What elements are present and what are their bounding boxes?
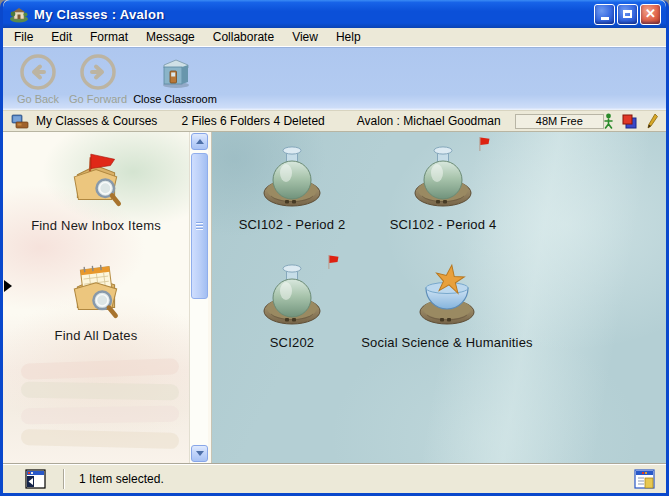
menu-format[interactable]: Format bbox=[81, 28, 137, 46]
window-preview-icon[interactable] bbox=[25, 469, 47, 490]
schoolhouse-icon bbox=[155, 52, 195, 92]
new-item-flag-icon bbox=[477, 137, 490, 152]
watercolor-book bbox=[21, 406, 179, 425]
watercolor-book bbox=[21, 358, 179, 380]
class-item-sci102-period4[interactable]: SCI102 - Period 4 bbox=[358, 144, 528, 232]
chevron-down-icon bbox=[196, 451, 204, 456]
title-bar[interactable]: My Classes : Avalon ✕ bbox=[3, 0, 666, 28]
person-icon[interactable] bbox=[604, 113, 613, 129]
minimize-button[interactable] bbox=[594, 4, 615, 25]
close-classroom-button[interactable]: Close Classroom bbox=[129, 52, 221, 105]
minimize-icon bbox=[601, 17, 609, 20]
find-new-inbox-items-label: Find New Inbox Items bbox=[31, 218, 161, 233]
scroll-up-button[interactable] bbox=[191, 133, 208, 150]
find-all-dates[interactable]: Find All Dates bbox=[3, 260, 189, 343]
classes-panel: SCI102 - Period 2 bbox=[212, 132, 666, 463]
menu-collaborate[interactable]: Collaborate bbox=[204, 28, 283, 46]
menu-view[interactable]: View bbox=[283, 28, 327, 46]
go-back-button[interactable]: Go Back bbox=[9, 52, 67, 105]
layered-windows-icon[interactable] bbox=[622, 114, 638, 129]
status-bar: 1 Item selected. bbox=[3, 464, 666, 493]
flask-icon bbox=[410, 144, 476, 210]
class-label: SCI202 bbox=[270, 335, 315, 350]
class-item-social-science[interactable]: Social Science & Humanities bbox=[332, 262, 562, 350]
menu-message[interactable]: Message bbox=[137, 28, 204, 46]
menu-help[interactable]: Help bbox=[327, 28, 370, 46]
maximize-button[interactable] bbox=[617, 4, 638, 25]
window-layout-icon[interactable] bbox=[634, 469, 656, 490]
folder-flag-search-icon bbox=[65, 150, 127, 212]
info-bar: My Classes & Courses 2 Files 6 Folders 4… bbox=[3, 110, 666, 132]
classroom-house-icon bbox=[9, 5, 29, 23]
menu-edit[interactable]: Edit bbox=[42, 28, 81, 46]
window-title: My Classes : Avalon bbox=[34, 7, 594, 22]
pencil-icon[interactable] bbox=[647, 113, 658, 129]
menu-file[interactable]: File bbox=[5, 28, 42, 46]
flask-icon bbox=[259, 262, 325, 328]
class-item-sci102-period2[interactable]: SCI102 - Period 2 bbox=[217, 144, 367, 232]
sidebar-scrollbar[interactable] bbox=[189, 132, 208, 463]
menu-bar: File Edit Format Message Collaborate Vie… bbox=[3, 28, 666, 47]
class-label: Social Science & Humanities bbox=[361, 335, 533, 350]
find-new-inbox-items[interactable]: Find New Inbox Items bbox=[3, 150, 189, 233]
go-back-circle-arrow-icon bbox=[18, 52, 58, 92]
free-space-indicator: 48M Free bbox=[515, 114, 604, 129]
go-forward-label: Go Forward bbox=[69, 93, 127, 105]
identity-label: Avalon : Michael Goodman bbox=[357, 114, 501, 128]
item-counts: 2 Files 6 Folders 4 Deleted bbox=[181, 114, 324, 128]
close-button[interactable]: ✕ bbox=[640, 4, 661, 25]
go-forward-button[interactable]: Go Forward bbox=[69, 52, 127, 105]
scroll-down-button[interactable] bbox=[191, 445, 208, 462]
watercolor-book bbox=[21, 429, 179, 449]
content-area: Find New Inbox Items Find All bbox=[3, 132, 666, 464]
desk-icon bbox=[11, 114, 29, 129]
bowl-starfish-icon bbox=[414, 262, 480, 328]
toolbar: Go Back Go Forward bbox=[3, 47, 666, 110]
selection-status: 1 Item selected. bbox=[79, 472, 634, 486]
app-window: My Classes : Avalon ✕ File Edit Format M… bbox=[0, 0, 669, 496]
chevron-up-icon bbox=[196, 139, 204, 144]
close-icon: ✕ bbox=[645, 7, 656, 20]
watercolor-book bbox=[21, 382, 179, 401]
find-all-dates-label: Find All Dates bbox=[54, 328, 137, 343]
scrollbar-thumb[interactable] bbox=[191, 153, 208, 299]
go-forward-circle-arrow-icon bbox=[78, 52, 118, 92]
sidebar-collapse-handle[interactable] bbox=[4, 280, 12, 292]
flask-icon bbox=[259, 144, 325, 210]
close-classroom-label: Close Classroom bbox=[133, 93, 217, 105]
go-back-label: Go Back bbox=[17, 93, 59, 105]
sidebar-panel: Find New Inbox Items Find All bbox=[3, 132, 189, 463]
location-label[interactable]: My Classes & Courses bbox=[36, 114, 157, 128]
class-label: SCI102 - Period 2 bbox=[239, 217, 346, 232]
class-label: SCI102 - Period 4 bbox=[390, 217, 497, 232]
statusbar-divider bbox=[63, 469, 65, 489]
maximize-icon bbox=[623, 10, 632, 18]
folder-calendar-search-icon bbox=[65, 260, 127, 322]
